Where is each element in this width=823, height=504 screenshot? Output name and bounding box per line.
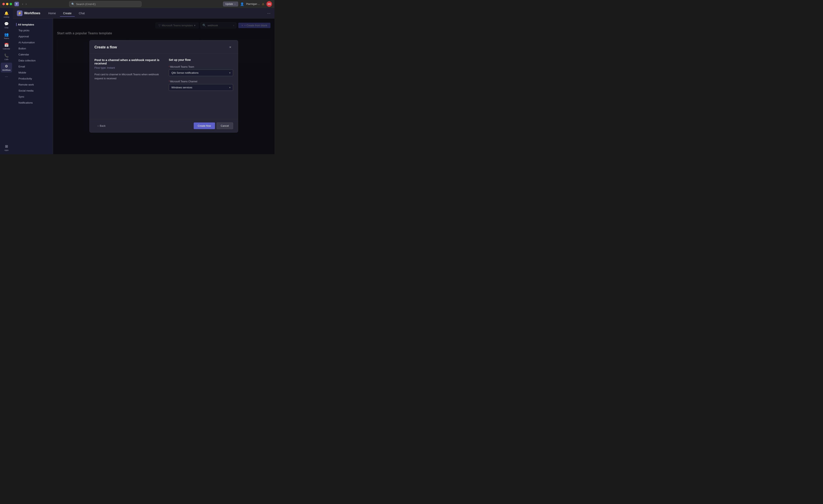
modal-right: Set up your flow Microsoft Teams Team Ql…	[169, 58, 233, 114]
modal-header: Create a flow ×	[90, 40, 238, 53]
panel-item-approval[interactable]: Approval	[14, 33, 51, 39]
panel-item-top-picks[interactable]: Top picks	[14, 27, 51, 33]
panel-item-social-media[interactable]: Social media	[14, 88, 51, 93]
calendar-icon: 📅	[4, 43, 9, 47]
app-logo: ⚡ Workflows	[17, 10, 40, 16]
sidebar-item-teams[interactable]: 👥 Teams	[1, 31, 12, 41]
teams-team-field: Microsoft Teams Team Qlik Sense notifica…	[169, 65, 233, 76]
flow-type: Flow type: Instant	[95, 66, 162, 69]
panel-item-email[interactable]: Email	[14, 64, 51, 69]
cancel-label: Cancel	[221, 124, 229, 127]
sidebar-item-apps[interactable]: ⊞ Apps	[1, 143, 12, 153]
sidebar-item-calendar-label: Calendar	[3, 48, 10, 50]
search-icon: 🔍	[71, 3, 74, 6]
teams-channel-field: Microsoft Teams Channel Windows services…	[169, 80, 233, 91]
nav-item-create[interactable]: Create	[60, 10, 75, 16]
modal-title: Create a flow	[95, 45, 117, 49]
back-button[interactable]: ‹ Back	[95, 123, 109, 129]
back-label: Back	[100, 124, 106, 127]
sidebar-item-activity-label: Activity	[4, 16, 9, 18]
sidebar-item-workflows[interactable]: ⚙ Workflows	[1, 63, 12, 72]
titlebar: T ‹ › 🔍 Search (Cmd+E) Update ··· 👤 Ptar…	[0, 0, 275, 8]
flow-description: Post card to channel in Microsoft Teams …	[95, 72, 162, 80]
sidebar-item-calendar[interactable]: 📅 Calendar	[1, 41, 12, 51]
maximize-button[interactable]	[10, 3, 12, 5]
main-layout: 🔔 Activity 💬 Chat 👥 Teams 📅 Calendar 📞 C…	[0, 8, 275, 154]
sidebar-item-calls[interactable]: 📞 Calls	[1, 52, 12, 62]
nav-item-home[interactable]: Home	[45, 10, 59, 16]
profile-icon: 👤	[240, 2, 244, 6]
teams-channel-value: Windows services	[171, 86, 192, 89]
back-arrow[interactable]: ‹	[21, 2, 24, 6]
avatar[interactable]: GS	[267, 1, 272, 7]
nav-arrows: ‹ ›	[21, 2, 27, 6]
sidebar-item-chat[interactable]: 💬 Chat	[1, 20, 12, 30]
flow-name: Post to a channel when a webhook request…	[95, 58, 162, 65]
sidebar-item-calls-label: Calls	[4, 58, 8, 61]
minimize-button[interactable]	[6, 3, 8, 5]
teams-channel-label: Microsoft Teams Channel	[169, 80, 233, 83]
update-label: Update	[225, 3, 233, 5]
update-more-icon: ···	[234, 3, 236, 5]
create-flow-modal: Create a flow × Post to a channel when a…	[90, 40, 238, 133]
warning-icon: ⚠	[262, 2, 265, 6]
create-flow-button[interactable]: Create flow	[194, 122, 215, 129]
create-flow-label: Create flow	[198, 124, 211, 127]
workflows-icon: ⚙	[4, 64, 9, 69]
activity-icon: 🔔	[4, 11, 9, 16]
sidebar-item-chat-label: Chat	[4, 27, 8, 29]
teams-team-select[interactable]: Qlik Sense notifications ▾	[169, 69, 233, 76]
modal-left: Post to a channel when a webhook request…	[95, 58, 162, 114]
sidebar-more-button[interactable]: ···	[4, 73, 9, 80]
forward-arrow[interactable]: ›	[25, 2, 27, 6]
more-options-button[interactable]: ···	[267, 11, 271, 15]
close-icon: ×	[229, 45, 231, 49]
teams-team-chevron-icon: ▾	[229, 71, 230, 74]
header-right: ···	[267, 11, 271, 15]
teams-channel-label-text: Microsoft Teams Channel	[170, 80, 197, 83]
teams-team-label-text: Microsoft Teams Team	[170, 65, 194, 68]
panel-item-calendar[interactable]: Calendar	[14, 52, 51, 57]
panel-item-productivity[interactable]: Productivity	[14, 76, 51, 81]
all-templates-header[interactable]: All templates	[13, 22, 53, 27]
chat-icon: 💬	[4, 21, 9, 26]
teams-channel-select[interactable]: Windows services ▾	[169, 84, 233, 91]
teams-logo-icon: T	[14, 2, 19, 6]
close-button[interactable]	[2, 3, 5, 5]
panel-item-remote-work[interactable]: Remote work	[14, 82, 51, 87]
nav-item-chat[interactable]: Chat	[75, 10, 88, 16]
traffic-lights	[2, 3, 12, 5]
modal-footer: ‹ Back Create flow Cancel	[90, 119, 238, 132]
modal-overlay: Create a flow × Post to a channel when a…	[53, 18, 275, 154]
search-bar[interactable]: 🔍 Search (Cmd+E)	[69, 1, 142, 7]
sidebar: 🔔 Activity 💬 Chat 👥 Teams 📅 Calendar 📞 C…	[0, 8, 13, 154]
sidebar-item-teams-label: Teams	[4, 37, 9, 40]
modal-body: Post to a channel when a webhook request…	[90, 53, 238, 119]
panel-item-sync[interactable]: Sync	[14, 94, 51, 99]
panel-item-button[interactable]: Button	[14, 46, 51, 51]
teams-team-label: Microsoft Teams Team	[169, 65, 233, 68]
left-panel: All templates Top picks Approval AI Auto…	[13, 18, 53, 154]
panel-item-notifications[interactable]: Notifications	[14, 100, 51, 105]
app-logo-icon: ⚡	[17, 10, 22, 16]
sidebar-item-activity[interactable]: 🔔 Activity	[1, 10, 12, 19]
setup-title: Set up your flow	[169, 58, 233, 61]
teams-team-value: Qlik Sense notifications	[171, 71, 198, 74]
modal-close-button[interactable]: ×	[227, 44, 233, 50]
content-area: ⚡ Workflows Home Create Chat ···	[13, 8, 275, 154]
panel-item-ai-automation[interactable]: AI Automation	[14, 40, 51, 45]
search-placeholder: Search (Cmd+E)	[76, 3, 96, 6]
teams-channel-chevron-icon: ▾	[229, 86, 230, 89]
modal-actions: Create flow Cancel	[194, 122, 233, 129]
cancel-button[interactable]: Cancel	[216, 122, 233, 129]
back-arrow-icon: ‹	[98, 124, 99, 127]
calls-icon: 📞	[4, 53, 9, 58]
app-nav: Home Create Chat	[45, 10, 88, 16]
workspace: All templates Top picks Approval AI Auto…	[13, 18, 275, 154]
panel-item-mobile[interactable]: Mobile	[14, 70, 51, 75]
sidebar-item-apps-label: Apps	[4, 149, 9, 152]
user-name: Ptarmigan ...	[246, 3, 260, 5]
panel-item-data-collection[interactable]: Data collection	[14, 58, 51, 63]
update-button[interactable]: Update ···	[223, 2, 238, 6]
app-header: ⚡ Workflows Home Create Chat ···	[13, 8, 275, 18]
